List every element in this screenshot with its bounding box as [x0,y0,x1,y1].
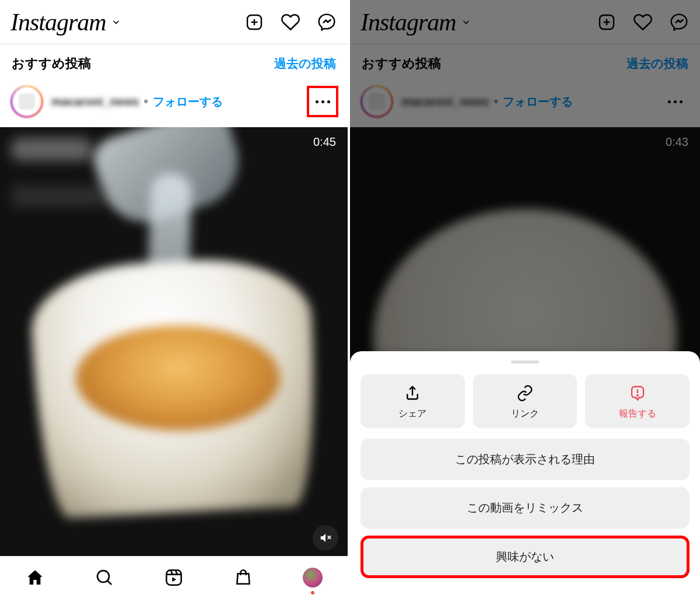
remix-video-button[interactable]: この動画をリミックス [360,487,690,529]
post-more-button[interactable] [307,86,338,117]
notification-dot-icon [311,591,314,594]
share-label: シェア [398,408,426,420]
not-interested-button[interactable]: 興味がない [360,536,690,578]
mute-icon[interactable] [313,525,338,551]
more-dots-icon [316,100,330,103]
options-bottom-sheet: シェア リンク 報告する この投稿が表示される理由 この動画をリミックス 興味が… [350,351,700,598]
post-username[interactable]: macaroni_news [401,95,489,109]
messenger-icon[interactable] [316,12,337,33]
share-button[interactable]: シェア [360,374,465,428]
link-label: リンク [511,408,539,420]
svg-rect-7 [166,570,181,585]
follow-button[interactable]: フォローする [503,94,573,110]
past-posts-link[interactable]: 過去の投稿 [274,55,336,72]
sheet-grabber[interactable] [511,361,539,363]
link-icon [516,384,534,402]
past-posts-link[interactable]: 過去の投稿 [626,55,688,72]
activity-heart-icon[interactable] [632,12,653,33]
create-post-icon[interactable] [596,12,617,33]
post-header: macaroni_news • フォローする [350,81,700,127]
svg-point-5 [97,571,109,582]
suggested-title: おすすめ投稿 [362,55,441,72]
report-icon [629,384,646,402]
post-avatar[interactable] [360,85,393,118]
instagram-logo[interactable]: Instagram [360,8,456,36]
activity-heart-icon[interactable] [280,12,301,33]
chevron-down-icon[interactable] [111,17,121,27]
post-video[interactable]: 0:45 [0,127,348,559]
bottom-nav [0,556,348,598]
post-avatar[interactable] [10,85,43,118]
nav-search-icon[interactable] [93,566,116,589]
phone-right: Instagram おすすめ投稿 過去の投稿 macaroni_news • フ… [350,0,700,598]
header: Instagram [350,0,700,44]
suggested-title: おすすめ投稿 [12,55,91,72]
chevron-down-icon[interactable] [461,17,471,27]
nav-shop-icon[interactable] [232,566,254,589]
post-username[interactable]: macaroni_news [51,95,139,109]
nav-reels-icon[interactable] [163,566,185,589]
messenger-icon[interactable] [668,12,690,33]
separator-dot: • [494,93,498,110]
link-button[interactable]: リンク [473,374,578,428]
create-post-icon[interactable] [244,12,265,33]
why-seeing-button[interactable]: この投稿が表示される理由 [360,439,690,480]
phone-left: Instagram おすすめ投稿 過去の投稿 macaroni_news • フ… [0,0,350,598]
report-label: 報告する [619,408,656,420]
sheet-action-row: シェア リンク 報告する [360,374,690,428]
svg-point-15 [637,395,638,396]
report-button[interactable]: 報告する [585,374,690,428]
video-time: 0:45 [313,135,336,149]
nav-profile-icon[interactable] [302,566,324,589]
more-dots-icon [668,100,682,103]
video-time: 0:43 [666,135,688,149]
svg-line-6 [107,580,111,585]
instagram-logo[interactable]: Instagram [10,8,106,36]
header: Instagram [0,0,348,44]
suggested-header: おすすめ投稿 過去の投稿 [0,44,348,81]
separator-dot: • [144,93,148,110]
follow-button[interactable]: フォローする [153,94,223,110]
post-header: macaroni_news • フォローする [0,81,348,127]
share-icon [404,384,421,402]
nav-home-icon[interactable] [24,566,46,589]
suggested-header: おすすめ投稿 過去の投稿 [350,44,700,81]
post-more-button[interactable] [659,86,691,117]
